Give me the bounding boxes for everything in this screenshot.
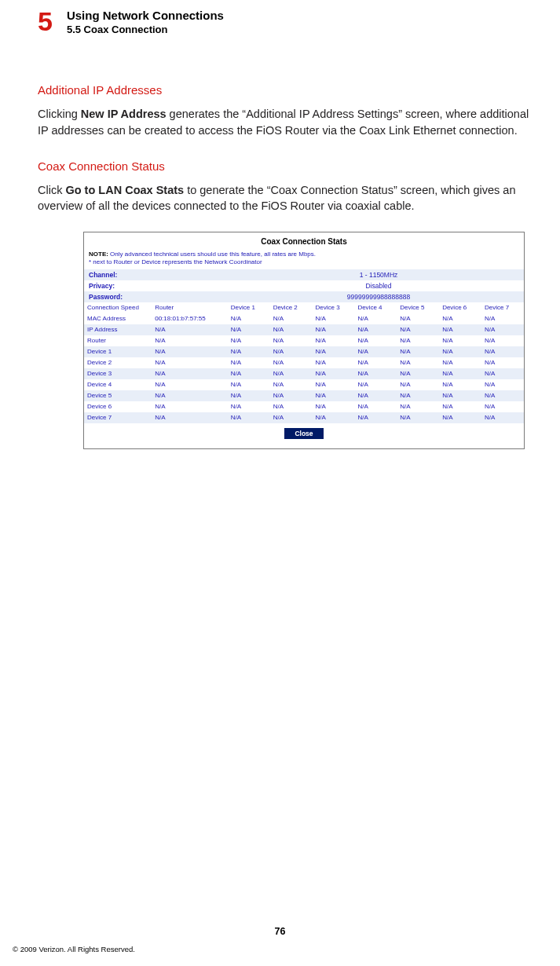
table-cell: N/A	[397, 368, 439, 379]
table-cell: N/A	[481, 313, 524, 324]
table-cell: N/A	[270, 335, 313, 346]
table-cell: Device 6	[84, 401, 152, 412]
table-cell: N/A	[228, 346, 270, 357]
table-cell: N/A	[270, 368, 313, 379]
table-cell: N/A	[152, 335, 228, 346]
kv-value: 1 - 1150MHz	[238, 271, 519, 279]
table-cell: N/A	[270, 412, 313, 423]
table-cell: Device 3	[84, 368, 152, 379]
kv-value: Disabled	[238, 282, 519, 290]
table-cell: N/A	[439, 390, 481, 401]
table-row: MAC Address00:18:01:b7:57:55N/AN/AN/AN/A…	[84, 313, 524, 324]
table-cell: N/A	[439, 368, 481, 379]
table-cell: N/A	[152, 324, 228, 335]
table-cell: N/A	[354, 379, 397, 390]
table-cell: N/A	[439, 379, 481, 390]
col-header: Device 6	[439, 302, 481, 313]
text-segment: Click	[38, 184, 65, 196]
col-header: Connection Speed	[84, 302, 152, 313]
kv-password: Password: 99999999988888888	[84, 291, 524, 302]
table-cell: N/A	[228, 335, 270, 346]
kv-privacy: Privacy: Disabled	[84, 280, 524, 291]
table-cell: N/A	[354, 324, 397, 335]
table-cell: N/A	[228, 313, 270, 324]
table-cell: N/A	[439, 401, 481, 412]
table-cell: N/A	[397, 401, 439, 412]
table-cell: N/A	[481, 346, 524, 357]
table-cell: N/A	[439, 412, 481, 423]
table-cell: Device 5	[84, 390, 152, 401]
note-line-1: Only advanced technical users should use…	[108, 251, 316, 258]
table-cell: N/A	[313, 324, 355, 335]
table-cell: N/A	[270, 324, 313, 335]
table-cell: N/A	[270, 401, 313, 412]
text-bold-new-ip: New IP Address	[81, 108, 167, 120]
table-cell: N/A	[439, 346, 481, 357]
kv-key: Channel:	[89, 271, 238, 279]
table-cell: N/A	[152, 357, 228, 368]
table-cell: N/A	[397, 379, 439, 390]
table-cell: N/A	[228, 412, 270, 423]
table-cell: N/A	[270, 346, 313, 357]
table-cell: Device 2	[84, 357, 152, 368]
table-row: Device 6N/AN/AN/AN/AN/AN/AN/AN/A	[84, 401, 524, 412]
table-cell: N/A	[152, 346, 228, 357]
paragraph-additional-ip: Clicking New IP Address generates the “A…	[38, 106, 533, 138]
table-cell: N/A	[228, 357, 270, 368]
paragraph-coax-status: Click Go to LAN Coax Stats to generate t…	[38, 182, 533, 214]
table-cell: N/A	[481, 368, 524, 379]
table-cell: N/A	[152, 390, 228, 401]
col-header: Device 4	[354, 302, 397, 313]
col-header: Device 2	[270, 302, 313, 313]
table-cell: N/A	[439, 324, 481, 335]
table-cell: Device 7	[84, 412, 152, 423]
table-row: Device 5N/AN/AN/AN/AN/AN/AN/AN/A	[84, 390, 524, 401]
copyright-line: © 2009 Verizon. All Rights Reserved.	[13, 945, 135, 953]
table-cell: N/A	[313, 335, 355, 346]
note-line-2: * next to Router or Device represents th…	[89, 258, 262, 265]
kv-key: Password:	[89, 293, 238, 301]
table-cell: N/A	[354, 390, 397, 401]
table-cell: N/A	[313, 346, 355, 357]
table-cell: N/A	[354, 335, 397, 346]
table-row: Device 7N/AN/AN/AN/AN/AN/AN/AN/A	[84, 412, 524, 423]
table-cell: N/A	[439, 313, 481, 324]
table-row: Device 4N/AN/AN/AN/AN/AN/AN/AN/A	[84, 379, 524, 390]
col-header: Device 7	[481, 302, 524, 313]
table-cell: N/A	[228, 368, 270, 379]
table-cell: N/A	[397, 335, 439, 346]
table-cell: N/A	[313, 368, 355, 379]
table-row: Device 3N/AN/AN/AN/AN/AN/AN/AN/A	[84, 368, 524, 379]
chapter-subtitle: 5.5 Coax Connection	[67, 24, 224, 37]
close-button[interactable]: Close	[284, 428, 324, 439]
table-cell: N/A	[270, 379, 313, 390]
table-cell: MAC Address	[84, 313, 152, 324]
table-cell: N/A	[152, 401, 228, 412]
table-cell: N/A	[397, 346, 439, 357]
kv-value: 99999999988888888	[238, 293, 519, 301]
kv-key: Privacy:	[89, 282, 238, 290]
table-row: Device 1N/AN/AN/AN/AN/AN/AN/AN/A	[84, 346, 524, 357]
table-cell: 00:18:01:b7:57:55	[152, 313, 228, 324]
table-cell: N/A	[439, 357, 481, 368]
chapter-title: Using Network Connections	[67, 8, 224, 24]
table-row: IP AddressN/AN/AN/AN/AN/AN/AN/AN/A	[84, 324, 524, 335]
table-cell: N/A	[397, 324, 439, 335]
chapter-number: 5	[38, 8, 53, 35]
table-cell: N/A	[152, 412, 228, 423]
table-cell: N/A	[397, 313, 439, 324]
col-header: Router	[152, 302, 228, 313]
section-heading-additional-ip: Additional IP Addresses	[38, 83, 533, 97]
coax-stats-screenshot: Coax Connection Stats NOTE: Only advance…	[83, 232, 525, 449]
table-cell: N/A	[270, 313, 313, 324]
table-cell: N/A	[228, 390, 270, 401]
table-cell: N/A	[481, 324, 524, 335]
table-cell: N/A	[228, 379, 270, 390]
table-cell: N/A	[270, 390, 313, 401]
table-cell: N/A	[354, 357, 397, 368]
col-header: Device 5	[397, 302, 439, 313]
table-header-row: Connection Speed Router Device 1 Device …	[84, 302, 524, 313]
section-heading-coax-status: Coax Connection Status	[38, 159, 533, 173]
table-cell: N/A	[397, 390, 439, 401]
table-cell: N/A	[270, 357, 313, 368]
